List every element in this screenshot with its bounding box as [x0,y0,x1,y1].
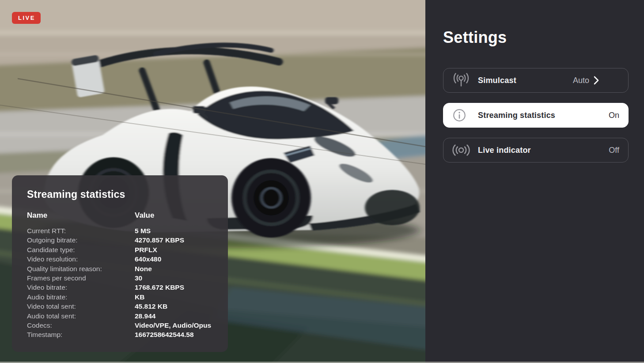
stat-value: 1667258642544.58 [135,330,217,339]
stat-value: PRFLX [135,245,217,254]
stat-value: KB [135,292,217,302]
stat-name: Timestamp: [27,330,135,339]
settings-item-label: Simulcast [478,76,573,85]
settings-item-live-indicator[interactable]: Live indicator Off [443,138,629,163]
stat-value: 30 [135,273,217,283]
stat-value: Video/VPE, Audio/Opus [135,321,217,330]
stat-value: 5 MS [135,226,217,235]
settings-item-label: Live indicator [478,146,609,155]
stat-name: Outgoing bitrate: [27,235,135,245]
stat-name: Video total sent: [27,302,135,311]
stat-name: Audio total sent: [27,311,135,321]
live-broadcast-icon [452,144,470,157]
stat-name: Video bitrate: [27,283,135,292]
settings-item-streaming-statistics[interactable]: Streaming statistics On [443,103,629,128]
streaming-stats-overlay: Streaming statistics Name Value Current … [12,175,228,352]
stat-name: Frames per second [27,273,135,283]
live-badge: LIVE [12,12,41,24]
video-player: LIVE Streaming statistics Name Value Cur… [0,0,425,363]
settings-item-value: Auto [573,76,589,85]
broadcast-antenna-icon [452,73,470,88]
stat-value: 640x480 [135,254,217,264]
info-icon [452,108,470,122]
stat-name: Candidate type: [27,245,135,254]
stats-overlay-title: Streaming statistics [27,189,217,200]
stat-name: Current RTT: [27,226,135,235]
stats-column-header-name: Name [27,211,135,226]
stat-value: None [135,264,217,273]
stat-value: 1768.672 KBPS [135,283,217,292]
settings-item-value: On [609,111,619,120]
stat-name: Video resolution: [27,254,135,264]
stat-name: Quality limitation reason: [27,264,135,273]
settings-title: Settings [443,28,629,47]
settings-item-simulcast[interactable]: Simulcast Auto [443,68,629,93]
settings-item-label: Streaming statistics [478,111,609,120]
settings-sidebar: Settings Simulcast Auto [425,0,644,363]
stat-value: 28.944 [135,311,217,321]
stat-value: 4270.857 KBPS [135,235,217,245]
stat-name: Audio bitrate: [27,292,135,302]
stat-name: Codecs: [27,321,135,330]
settings-item-value: Off [609,146,619,155]
chevron-right-icon [594,76,611,85]
stats-table: Name Value Current RTT: 5 MS Outgoing bi… [27,211,217,340]
stat-value: 45.812 KB [135,302,217,311]
app-window: LIVE Streaming statistics Name Value Cur… [0,0,644,363]
stats-column-header-value: Value [135,211,217,226]
